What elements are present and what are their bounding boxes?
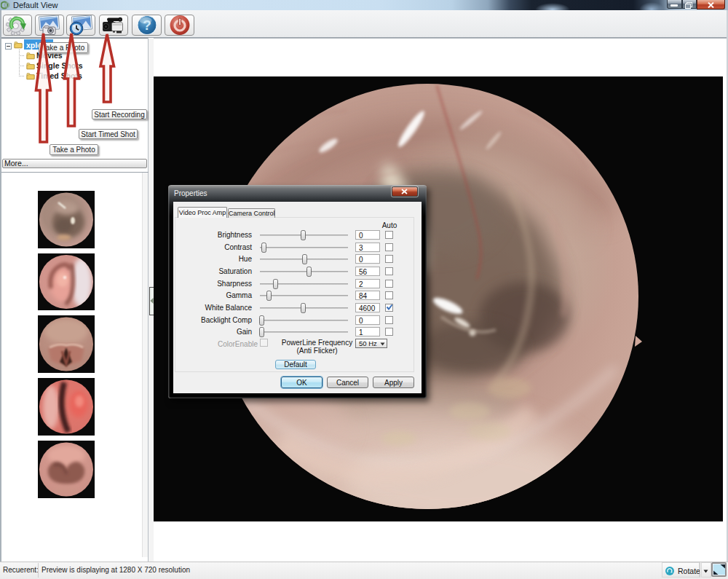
svg-text:?: ? <box>143 17 151 33</box>
